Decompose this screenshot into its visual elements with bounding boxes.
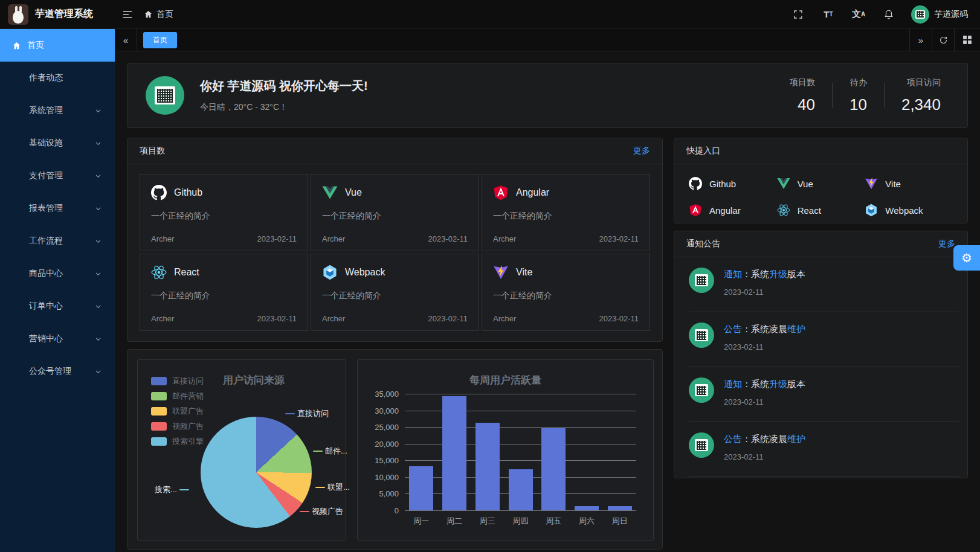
shortcut-webpack[interactable]: Webpack (865, 198, 953, 222)
notice-item[interactable]: 通知：系统升级版本2023-02-11 (674, 367, 967, 422)
project-card-github[interactable]: Github一个正经的简介Archer2023-02-11 (140, 174, 308, 251)
project-footer: Archer2023-02-11 (493, 234, 639, 243)
vue-icon (777, 177, 790, 190)
project-name: Angular (516, 187, 549, 198)
project-name: Vue (345, 187, 362, 198)
notices-more-link[interactable]: 更多 (938, 239, 955, 249)
pie-legend-item[interactable]: 联盟广告 (151, 403, 204, 419)
font-size-icon[interactable]: TT (820, 7, 836, 22)
sidebar-item-marketing-center[interactable]: 营销中心 (0, 323, 115, 355)
notice-avatar (689, 268, 714, 293)
github-icon (689, 177, 702, 190)
project-card-webpack[interactable]: Webpack一个正经的简介Archer2023-02-11 (311, 254, 479, 331)
pie-label-text: 搜索... (155, 484, 177, 495)
project-card-vite[interactable]: Vite一个正经的简介Archer2023-02-11 (482, 254, 650, 331)
pie-legend-item[interactable]: 搜索引擎 (151, 434, 204, 449)
sidebar-item-report-management[interactable]: 报表管理 (0, 192, 115, 225)
project-name: React (174, 267, 199, 278)
y-axis-tick-label: 5,000 (379, 489, 399, 498)
shortcut-react[interactable]: React (777, 198, 865, 222)
bar-slot (438, 394, 471, 510)
sidebar-item-home[interactable]: 首页 (0, 29, 115, 62)
chevron-down-icon (95, 271, 102, 277)
pie-legend-item[interactable]: 邮件营销 (151, 388, 204, 403)
pie-legend-item[interactable]: 直接访问 (151, 373, 204, 388)
sidebar-item-official-account[interactable]: 公众号管理 (0, 355, 115, 388)
x-axis-tick-label: 周四 (504, 516, 537, 527)
y-axis-tick-label: 0 (395, 506, 399, 515)
settings-gear-button[interactable]: ⚙ (953, 245, 980, 271)
stat-projects: 项目数 40 (773, 77, 832, 114)
sidebar-item-order-center[interactable]: 订单中心 (0, 290, 115, 323)
tab-refresh-button[interactable] (932, 29, 954, 51)
project-name: Webpack (345, 267, 385, 278)
chevron-down-icon (95, 108, 102, 114)
sidebar-item-product-center[interactable]: 商品中心 (0, 257, 115, 290)
stat-visits: 项目访问 2,340 (885, 77, 949, 114)
project-author: Archer (151, 234, 174, 243)
pie-legend-item[interactable]: 视频广告 (151, 419, 204, 434)
breadcrumb[interactable]: 首页 (144, 9, 173, 20)
sidebar-item-infrastructure[interactable]: 基础设施 (0, 127, 115, 159)
project-card-angular[interactable]: Angular一个正经的简介Archer2023-02-11 (482, 174, 650, 251)
sidebar-item-system-management[interactable]: 系统管理 (0, 94, 115, 127)
user-menu[interactable]: 芋道源码 (911, 5, 968, 24)
tab-home[interactable]: 首页 (143, 32, 177, 48)
bar-chart-title: 每周用户活跃量 (358, 373, 653, 387)
tab-actions-grid-button[interactable] (954, 29, 980, 51)
notice-title-segment: ：系统凌晨 (742, 434, 787, 444)
projects-card: 项目数 更多 Github一个正经的简介Archer2023-02-11Vue一… (127, 138, 663, 342)
project-name: Github (174, 187, 202, 198)
tabs-arrow-right-button[interactable]: » (909, 29, 932, 51)
pie-label-line (285, 413, 295, 414)
shortcut-label: Webpack (885, 205, 923, 216)
pie-label-line (179, 489, 189, 490)
pie-slice-label: 邮件... (313, 446, 347, 457)
topbar-actions: TT 文A 芋道源码 (790, 5, 980, 24)
x-axis-tick-label: 周二 (438, 516, 471, 527)
project-card-react[interactable]: React一个正经的简介Archer2023-02-11 (140, 254, 308, 331)
tabs-collapse-left-button[interactable]: « (115, 29, 137, 51)
notice-item[interactable]: 公告：系统凌晨维护2023-02-11 (674, 312, 967, 367)
fullscreen-icon[interactable] (790, 7, 806, 22)
webpack-icon (322, 265, 338, 280)
notice-item[interactable]: 公告：系统凌晨维护2023-02-11 (674, 422, 967, 477)
shortcut-angular[interactable]: Angular (689, 198, 777, 222)
sidebar-item-workflow[interactable]: 工作流程 (0, 225, 115, 257)
notification-bell-icon[interactable] (881, 7, 897, 22)
notice-body: 公告：系统凌晨维护2023-02-11 (724, 431, 805, 461)
project-card-vue[interactable]: Vue一个正经的简介Archer2023-02-11 (311, 174, 479, 251)
shortcut-vue[interactable]: Vue (777, 172, 865, 196)
chevron-down-icon (95, 336, 102, 342)
pie-label-text: 视频广告 (312, 506, 343, 517)
sidebar-item-payment-management[interactable]: 支付管理 (0, 159, 115, 192)
pie-disc (201, 417, 312, 528)
topbar: 芋道管理系统 首页 TT 文A 芋道源码 (0, 0, 980, 29)
shortcut-vite[interactable]: Vite (865, 172, 953, 196)
sidebar-item-label: 商品中心 (29, 268, 63, 279)
project-author: Archer (322, 314, 345, 323)
menu-fold-icon[interactable] (118, 5, 137, 24)
sidebar-item-label: 订单中心 (29, 301, 63, 312)
webpack-icon (865, 204, 878, 217)
project-description: 一个正经的简介 (493, 290, 639, 301)
notice-date: 2023-02-11 (724, 342, 805, 351)
project-card-top: Webpack (322, 265, 468, 280)
vite-icon (493, 265, 509, 280)
chevron-down-icon (95, 368, 102, 375)
projects-more-link[interactable]: 更多 (633, 146, 650, 156)
notice-title-segment: 版本 (787, 269, 805, 279)
chevron-down-icon (95, 173, 102, 179)
vue-icon (322, 185, 338, 201)
user-avatar (911, 5, 929, 24)
y-axis-tick-label: 35,000 (375, 390, 399, 399)
shortcut-github[interactable]: Github (689, 172, 777, 196)
notice-item[interactable]: 通知：系统升级版本2023-02-11 (674, 257, 967, 312)
language-icon[interactable]: 文A (851, 7, 866, 22)
sidebar-item-author-news[interactable]: 作者动态 (0, 62, 115, 94)
app-logo[interactable]: 芋道管理系统 (0, 4, 115, 25)
project-description: 一个正经的简介 (151, 290, 297, 301)
welcome-texts: 你好 芋道源码 祝你开心每一天! 今日晴，20°C - 32°C！ (200, 78, 368, 113)
shortcuts-title: 快捷入口 (686, 146, 720, 156)
sidebar-item-label: 基础设施 (29, 138, 63, 149)
